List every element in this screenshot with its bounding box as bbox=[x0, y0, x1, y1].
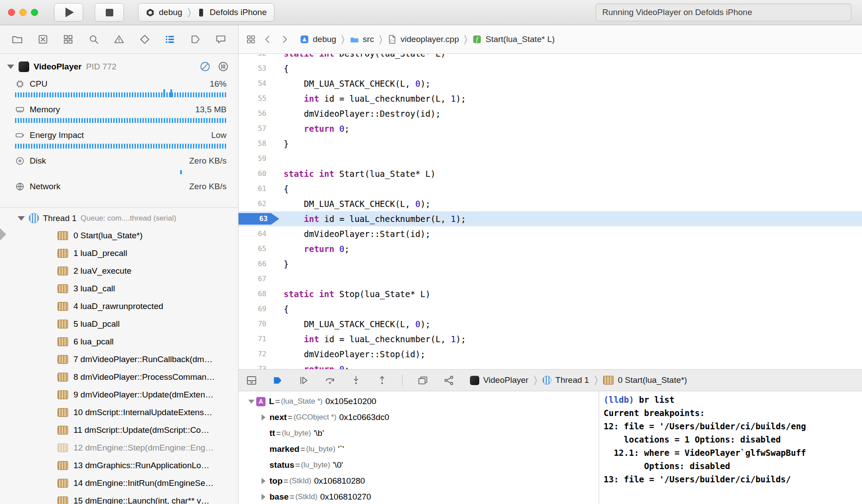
gauge-disk[interactable]: DiskZero KB/s bbox=[0, 153, 238, 179]
debug-thread-label[interactable]: Thread 1 bbox=[555, 375, 589, 385]
stack-frame-row[interactable]: 1 luaD_precall bbox=[0, 244, 238, 262]
code-line-60[interactable]: 60static int Start(lua_State* L) bbox=[239, 166, 862, 181]
debug-process-label[interactable]: VideoPlayer bbox=[483, 375, 528, 385]
source-editor[interactable]: 52static int Destroy(lua_State* L)53{54 … bbox=[239, 54, 862, 369]
breadcrumb-item-cpp-file[interactable]: C+videoplayer.cpp bbox=[387, 34, 459, 44]
code-line-63[interactable]: 63 int id = luaL_checknumber(L, 1); bbox=[239, 211, 862, 226]
stack-frame-row[interactable]: 13 dmGraphics::RunApplicationLo… bbox=[0, 457, 238, 474]
debug-frame-label[interactable]: 0 Start(lua_State*) bbox=[618, 375, 687, 385]
stack-frame-row[interactable]: 2 luaV_execute bbox=[0, 262, 238, 280]
gauge-memory[interactable]: Memory13,5 MB bbox=[0, 102, 238, 128]
navigator-tab-find-icon[interactable] bbox=[88, 34, 100, 45]
code-line-58[interactable]: 58} bbox=[239, 136, 862, 151]
navigator-tab-issues-icon[interactable] bbox=[113, 34, 125, 45]
stack-frame-row[interactable]: 3 luaD_call bbox=[0, 280, 238, 298]
line-number[interactable]: 57 bbox=[239, 121, 273, 136]
line-number[interactable]: 55 bbox=[239, 91, 273, 106]
navigator-tab-source-control-icon[interactable] bbox=[37, 34, 49, 45]
pause-process-button[interactable] bbox=[199, 61, 211, 73]
stack-frame-row[interactable]: 14 dmEngine::InitRun(dmEngineSe… bbox=[0, 474, 238, 492]
step-out-button[interactable] bbox=[376, 374, 388, 386]
related-items-icon[interactable] bbox=[246, 34, 256, 45]
current-line-badge[interactable]: 63 bbox=[239, 211, 273, 226]
line-number[interactable]: 59 bbox=[239, 151, 273, 166]
variable-row[interactable]: AL = (lua_State *)0x105e10200 bbox=[239, 393, 599, 409]
breakpoints-button[interactable] bbox=[272, 374, 284, 386]
variables-view[interactable]: AL = (lua_State *)0x105e10200next = (GCO… bbox=[239, 391, 599, 504]
code-line-56[interactable]: 56 dmVideoPlayer::Destroy(id); bbox=[239, 106, 862, 121]
code-line-64[interactable]: 64 dmVideoPlayer::Start(id); bbox=[239, 226, 862, 241]
line-number[interactable]: 66 bbox=[239, 256, 273, 271]
stack-frame-row[interactable]: 9 dmVideoPlayer::Update(dmExten… bbox=[0, 386, 238, 404]
close-window-button[interactable] bbox=[8, 9, 15, 16]
code-line-57[interactable]: 57 return 0; bbox=[239, 121, 862, 136]
back-button[interactable] bbox=[262, 34, 273, 45]
stack-frame-row[interactable]: 4 luaD_rawrunprotected bbox=[0, 298, 238, 315]
step-over-button[interactable] bbox=[324, 374, 336, 386]
code-line-59[interactable]: 59 bbox=[239, 151, 862, 166]
code-line-55[interactable]: 55 int id = luaL_checknumber(L, 1); bbox=[239, 91, 862, 106]
gauge-energy[interactable]: Energy ImpactLow bbox=[0, 128, 238, 153]
code-line-68[interactable]: 68static int Stop(lua_State* L) bbox=[239, 286, 862, 302]
console-view[interactable]: (lldb) br listCurrent breakpoints:12: fi… bbox=[599, 391, 862, 504]
line-number[interactable]: 54 bbox=[239, 76, 273, 91]
stack-frame-row[interactable]: 12 dmEngine::Step(dmEngine::Eng… bbox=[0, 439, 238, 457]
disclosure-triangle-icon[interactable] bbox=[262, 494, 269, 500]
navigator-tab-tests-icon[interactable] bbox=[139, 34, 150, 45]
gauge-network[interactable]: NetworkZero KB/s bbox=[0, 179, 238, 205]
line-number[interactable]: 71 bbox=[239, 332, 273, 347]
line-number[interactable]: 58 bbox=[239, 136, 273, 151]
line-number[interactable]: 67 bbox=[239, 271, 273, 286]
line-number[interactable]: 73 bbox=[239, 362, 273, 369]
memory-graph-button[interactable] bbox=[443, 374, 455, 386]
code-line-54[interactable]: 54 DM_LUA_STACK_CHECK(L, 0); bbox=[239, 76, 862, 91]
line-number[interactable]: 64 bbox=[239, 226, 273, 241]
code-line-61[interactable]: 61{ bbox=[239, 181, 862, 196]
code-line-70[interactable]: 70 DM_LUA_STACK_CHECK(L, 0); bbox=[239, 317, 862, 332]
line-number[interactable]: 69 bbox=[239, 302, 273, 317]
breadcrumb-item-project[interactable]: debug bbox=[300, 34, 336, 44]
disclosure-triangle-icon[interactable] bbox=[248, 400, 256, 404]
stack-frame-row[interactable]: 10 dmScript::InternalUpdateExtens… bbox=[0, 404, 238, 421]
breadcrumb-item-folder[interactable]: src bbox=[350, 34, 374, 44]
line-number[interactable]: 70 bbox=[239, 317, 273, 332]
hide-debug-area-button[interactable] bbox=[246, 374, 258, 386]
line-number[interactable]: 68 bbox=[239, 286, 273, 302]
stack-frame-row[interactable]: 5 luaD_pcall bbox=[0, 315, 238, 333]
edge-handle-icon[interactable] bbox=[0, 228, 6, 241]
view-hierarchy-button[interactable] bbox=[417, 374, 429, 386]
line-number[interactable]: 53 bbox=[239, 61, 273, 76]
scheme-selector[interactable]: debug 〉 Defolds iPhone bbox=[138, 3, 274, 22]
disclosure-triangle-icon[interactable] bbox=[262, 478, 269, 484]
breadcrumb-item-function[interactable]: fStart(lua_State* L) bbox=[472, 34, 554, 44]
profile-in-instruments-button[interactable] bbox=[217, 61, 229, 73]
variable-row[interactable]: top = (StkId)0x106810280 bbox=[239, 473, 599, 489]
line-number[interactable]: 62 bbox=[239, 196, 273, 211]
minimize-window-button[interactable] bbox=[19, 9, 27, 16]
stack-frame-row[interactable]: 11 dmScript::Update(dmScript::Co… bbox=[0, 421, 238, 439]
code-line-69[interactable]: 69{ bbox=[239, 302, 862, 317]
disclosure-triangle-icon[interactable] bbox=[18, 216, 25, 221]
navigator-tab-symbols-icon[interactable] bbox=[62, 34, 74, 45]
continue-button[interactable] bbox=[298, 374, 310, 386]
code-line-67[interactable]: 67 bbox=[239, 271, 862, 286]
code-line-53[interactable]: 53{ bbox=[239, 61, 862, 76]
code-line-66[interactable]: 66} bbox=[239, 256, 862, 271]
variable-row[interactable]: status = (lu_byte)'\0' bbox=[239, 457, 599, 473]
stack-frame-row[interactable]: 8 dmVideoPlayer::ProcessComman… bbox=[0, 368, 238, 386]
code-line-62[interactable]: 62 DM_LUA_STACK_CHECK(L, 0); bbox=[239, 196, 862, 211]
process-row[interactable]: VideoPlayer PID 772 bbox=[0, 54, 238, 76]
variable-row[interactable]: base = (StkId)0x106810270 bbox=[239, 489, 599, 504]
step-into-button[interactable] bbox=[350, 374, 362, 386]
gauge-cpu[interactable]: CPU16% bbox=[0, 76, 238, 102]
stack-frame-row[interactable]: 6 lua_pcall bbox=[0, 333, 238, 351]
line-number[interactable]: 52 bbox=[239, 54, 273, 61]
variable-row[interactable]: marked = (lu_byte)'`' bbox=[239, 441, 599, 457]
stack-frame-row[interactable]: 7 dmVideoPlayer::RunCallback(dm… bbox=[0, 351, 238, 368]
navigator-tab-project-icon[interactable] bbox=[12, 34, 23, 45]
navigator-tab-breakpoints-icon[interactable] bbox=[190, 34, 201, 45]
stop-button[interactable] bbox=[95, 3, 124, 22]
navigator-tab-debug-icon[interactable] bbox=[164, 34, 176, 45]
line-number[interactable]: 56 bbox=[239, 106, 273, 121]
stack-frame-row[interactable]: 15 dmEngine::Launch(int, char** v… bbox=[0, 492, 238, 504]
